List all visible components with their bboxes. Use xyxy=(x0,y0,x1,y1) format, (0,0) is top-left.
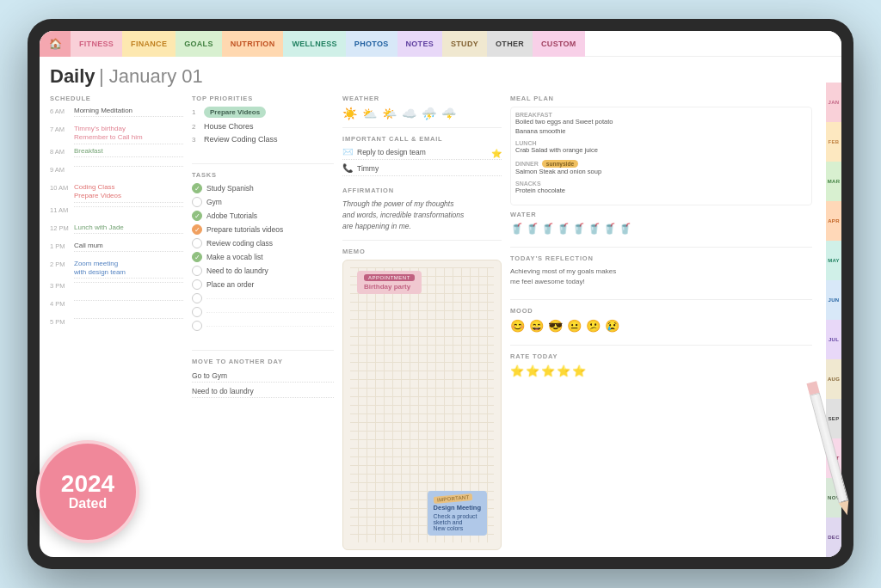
contact-icon: ✉️ xyxy=(342,147,353,156)
month-may[interactable]: MAY xyxy=(826,241,841,280)
month-mar[interactable]: MAR xyxy=(826,162,841,201)
task-item[interactable] xyxy=(192,293,334,303)
tab-fitness[interactable]: FITNESS xyxy=(71,31,122,57)
moveto-item: Go to Gym xyxy=(192,370,334,383)
schedule-text: Timmy's birthday Remember to Call him xyxy=(74,125,183,144)
rate-star[interactable]: ⭐ xyxy=(510,364,524,377)
priority-item: 3Review Coding Class xyxy=(192,135,334,144)
water-section-title: WATER xyxy=(510,211,812,218)
memo-sticker2-title: Design Meeting xyxy=(434,504,481,511)
contact-item: 📞Timmy xyxy=(342,163,502,176)
task-item[interactable]: Review coding class xyxy=(192,238,334,248)
home-button[interactable]: 🏠 xyxy=(40,31,71,57)
tab-photos[interactable]: PHOTOS xyxy=(346,31,397,57)
page-title-bold: Daily xyxy=(50,65,95,87)
priority-item: 2House Chores xyxy=(192,122,334,131)
weather-icon: 🌤️ xyxy=(382,107,397,120)
month-feb[interactable]: FEB xyxy=(826,122,841,162)
tab-nutrition[interactable]: NUTRITION xyxy=(222,31,284,57)
rate-star[interactable]: ⭐ xyxy=(526,364,539,377)
memo-sticker1: APPOINTMENT Birthday party xyxy=(357,271,422,294)
mood-face[interactable]: 😄 xyxy=(529,319,544,333)
tab-goals[interactable]: GOALS xyxy=(176,31,222,57)
month-jun[interactable]: JUN xyxy=(826,280,841,320)
month-aug[interactable]: AUG xyxy=(826,359,841,399)
schedule-text: Zoom meeting with design team xyxy=(74,260,183,279)
tab-finance[interactable]: FINANCE xyxy=(122,31,176,57)
page-area: Daily | January 01 SCHEDULE 6 AMMorning … xyxy=(40,57,841,557)
water-cup[interactable]: 🥤 xyxy=(619,223,631,235)
affirmation-section-title: AFFIRMATION xyxy=(342,187,502,194)
month-jan[interactable]: JAN xyxy=(826,83,841,122)
task-checkbox[interactable] xyxy=(192,307,202,317)
mood-face[interactable]: 😐 xyxy=(567,319,582,333)
task-checkbox[interactable] xyxy=(192,293,202,303)
breakfast-label: Breakfast xyxy=(515,112,807,118)
month-jul[interactable]: JUL xyxy=(826,320,841,359)
mood-face[interactable]: 😕 xyxy=(586,319,601,333)
mood-face[interactable]: 😢 xyxy=(605,319,619,333)
task-checkbox[interactable] xyxy=(192,279,202,290)
water-cup[interactable]: 🥤 xyxy=(603,223,616,235)
task-text: Need to do laundry xyxy=(206,266,334,276)
schedule-item: 5 PM xyxy=(50,317,183,333)
task-text: Place an order xyxy=(206,280,334,290)
task-item[interactable]: Adobe Tutorials xyxy=(192,211,334,221)
time-label: 3 PM xyxy=(50,281,74,290)
rate-star[interactable]: ⭐ xyxy=(541,364,555,377)
priority-number: 1 xyxy=(192,108,204,116)
task-item[interactable] xyxy=(192,321,334,331)
tab-study[interactable]: STUDY xyxy=(442,31,487,57)
task-checkbox[interactable] xyxy=(192,183,202,193)
tab-notes[interactable]: NOTES xyxy=(397,31,443,57)
task-item[interactable]: Place an order xyxy=(192,279,334,290)
task-checkbox[interactable] xyxy=(192,238,202,248)
mood-face[interactable]: 😊 xyxy=(510,319,525,333)
task-item[interactable]: Study Spanish xyxy=(192,183,334,193)
water-cup[interactable]: 🥤 xyxy=(510,223,523,235)
tab-custom[interactable]: CUSTOM xyxy=(533,31,585,57)
water-cup[interactable]: 🥤 xyxy=(572,223,585,235)
schedule-item: 1 PMCall mum xyxy=(50,242,183,257)
task-item[interactable]: Gym xyxy=(192,197,334,207)
water-cup[interactable]: 🥤 xyxy=(557,223,570,235)
task-checkbox[interactable] xyxy=(192,211,202,221)
water-cup[interactable]: 🥤 xyxy=(526,223,539,235)
month-dec[interactable]: DEC xyxy=(826,518,841,557)
schedule-list: 6 AMMorning Meditation7 AMTimmy's birthd… xyxy=(50,107,183,335)
task-text: Review coding class xyxy=(206,239,334,248)
moveto-item: Need to do laundry xyxy=(192,385,334,398)
task-checkbox[interactable] xyxy=(192,266,202,276)
month-apr[interactable]: APR xyxy=(826,201,841,241)
water-cup[interactable]: 🥤 xyxy=(541,223,554,235)
top-nav: 🏠 FITNESS FINANCE GOALS NUTRITION WELLNE… xyxy=(40,31,841,57)
rate-star[interactable]: ⭐ xyxy=(557,364,570,377)
weather-icon: ⛅ xyxy=(362,107,377,120)
meal-snacks: Snacks Protein chocolate xyxy=(515,181,807,196)
meal-breakfast: Breakfast Boiled two eggs and Sweet pota… xyxy=(515,112,807,136)
task-item[interactable]: Prepare tutorials videos xyxy=(192,224,334,235)
task-item[interactable] xyxy=(192,307,334,317)
time-label: 8 AM xyxy=(50,147,74,156)
priority-number: 2 xyxy=(192,123,204,131)
mood-face[interactable]: 😎 xyxy=(548,319,563,333)
contact-item: ✉️Reply to design team⭐ xyxy=(342,147,502,160)
tab-other[interactable]: OTHER xyxy=(487,31,533,57)
water-cup[interactable]: 🥤 xyxy=(588,223,601,235)
time-label: 1 PM xyxy=(50,242,74,250)
task-checkbox[interactable] xyxy=(192,197,202,207)
rate-star[interactable]: ⭐ xyxy=(572,364,586,377)
task-text: Make a vocab list xyxy=(206,253,334,262)
task-item[interactable]: Make a vocab list xyxy=(192,252,334,262)
weather-icon: 🌩️ xyxy=(441,107,456,120)
task-item[interactable]: Need to do laundry xyxy=(192,266,334,276)
schedule-text: Morning Meditation xyxy=(74,107,183,117)
lunch-label: Lunch xyxy=(515,140,807,146)
task-checkbox[interactable] xyxy=(192,252,202,262)
priority-text: Review Coding Class xyxy=(204,135,278,144)
tab-wellness[interactable]: WELLNESS xyxy=(283,31,345,57)
task-checkbox[interactable] xyxy=(192,224,202,235)
task-checkbox[interactable] xyxy=(192,321,202,331)
memo-sticker2-label: IMPORTANT xyxy=(433,493,472,504)
schedule-item: 4 PM xyxy=(50,299,183,315)
